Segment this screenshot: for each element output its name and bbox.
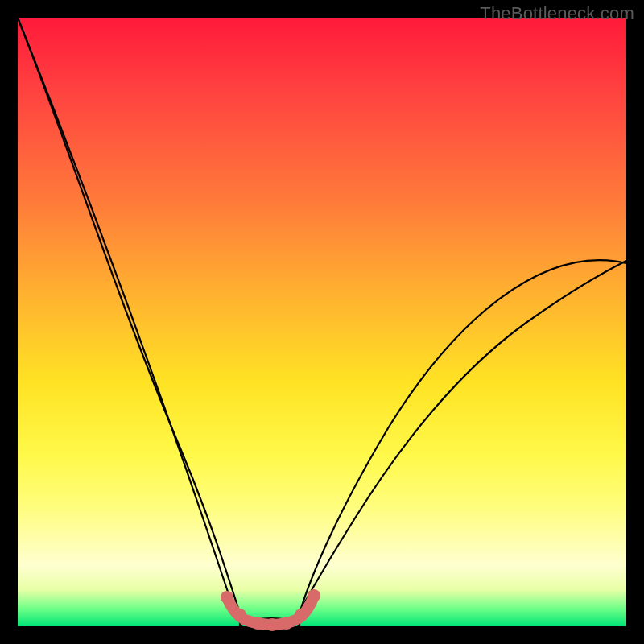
floor-dot bbox=[280, 617, 293, 630]
floor-dot bbox=[295, 609, 308, 621]
floor-dot bbox=[251, 617, 264, 630]
floor-dot bbox=[266, 618, 279, 631]
chart-frame: TheBottleneck.com bbox=[0, 0, 644, 644]
watermark-text: TheBottleneck.com bbox=[480, 3, 634, 24]
floor-dot bbox=[221, 591, 233, 604]
curve-right-arm bbox=[298, 261, 626, 615]
bottleneck-curve bbox=[18, 18, 626, 626]
floor-dot bbox=[308, 589, 320, 602]
floor-dot bbox=[233, 609, 246, 621]
chart-svg bbox=[18, 18, 626, 626]
